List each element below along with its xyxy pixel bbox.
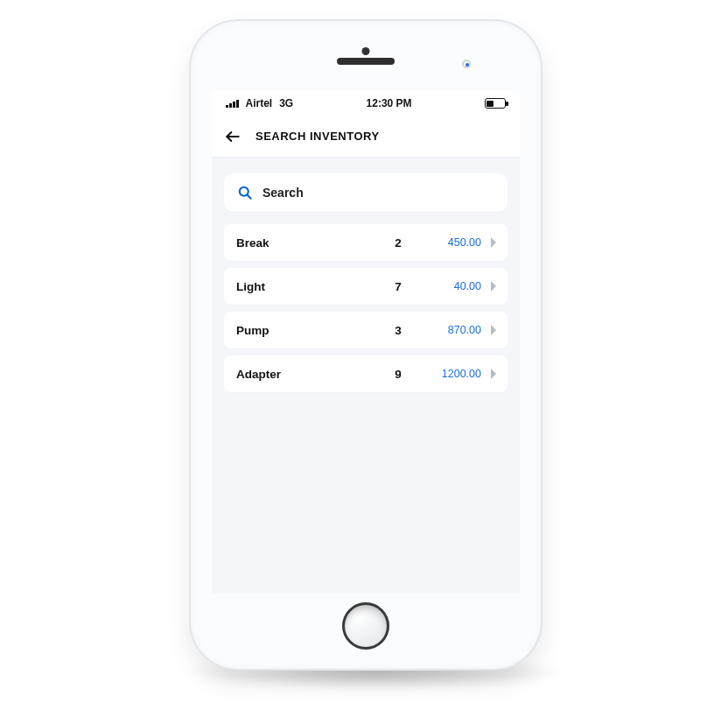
network-label: 3G — [279, 97, 293, 109]
speaker-grill — [337, 58, 395, 65]
inventory-row[interactable]: Adapter91200.00 — [224, 355, 508, 392]
carrier-label: Airtel — [246, 97, 273, 109]
search-input[interactable]: Search — [224, 173, 508, 212]
item-price: 450.00 — [420, 236, 481, 249]
chevron-right-icon — [481, 281, 497, 292]
item-qty: 7 — [376, 280, 420, 293]
phone-frame: Airtel 3G 12:30 PM SEARCH INVENTORY — [191, 21, 541, 669]
inventory-row[interactable]: Pump3870.00 — [224, 312, 508, 348]
arrow-left-icon — [224, 128, 242, 145]
item-price: 40.00 — [420, 280, 481, 292]
statusbar: Airtel 3G 12:30 PM — [212, 91, 520, 116]
item-qty: 9 — [376, 368, 420, 381]
chevron-right-icon — [481, 325, 497, 335]
screen: Airtel 3G 12:30 PM SEARCH INVENTORY — [212, 91, 520, 594]
svg-line-2 — [248, 195, 251, 199]
clock: 12:30 PM — [367, 97, 412, 109]
item-name: Break — [236, 236, 376, 250]
search-placeholder: Search — [262, 186, 304, 200]
back-button[interactable] — [224, 128, 242, 145]
appbar: SEARCH INVENTORY — [212, 116, 520, 158]
inventory-row[interactable]: Break2450.00 — [224, 224, 508, 261]
chevron-right-icon — [481, 369, 497, 379]
content-area: Search Break2450.00Light740.00Pump3870.0… — [212, 158, 520, 594]
item-name: Light — [236, 280, 376, 293]
item-name: Adapter — [236, 368, 376, 381]
inventory-row[interactable]: Light740.00 — [224, 268, 508, 305]
item-qty: 3 — [376, 324, 420, 337]
battery-icon — [485, 98, 506, 109]
search-icon — [236, 184, 254, 201]
svg-marker-5 — [491, 325, 496, 335]
camera-dot — [362, 47, 370, 55]
proximity-sensor — [462, 60, 471, 68]
svg-marker-3 — [491, 237, 496, 248]
statusbar-left: Airtel 3G — [226, 97, 293, 109]
svg-marker-4 — [491, 281, 496, 292]
chevron-right-icon — [481, 237, 497, 248]
item-name: Pump — [236, 324, 376, 337]
home-button[interactable] — [342, 602, 389, 650]
item-price: 1200.00 — [420, 368, 481, 380]
page-title: SEARCH INVENTORY — [256, 130, 380, 143]
item-price: 870.00 — [420, 324, 481, 336]
signal-icon — [226, 99, 239, 108]
svg-marker-6 — [491, 369, 496, 379]
item-qty: 2 — [376, 236, 420, 250]
inventory-list: Break2450.00Light740.00Pump3870.00Adapte… — [224, 224, 508, 392]
